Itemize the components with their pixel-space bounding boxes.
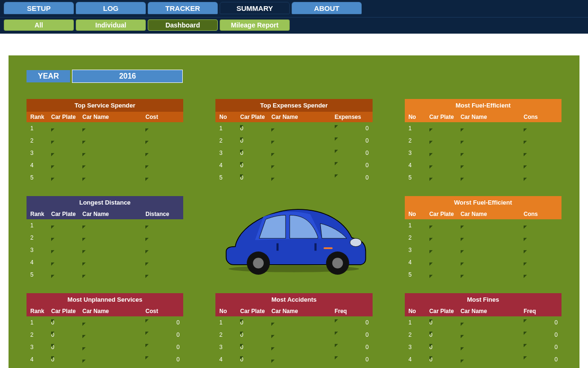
table-row: 5◤◤◤ [27,171,183,184]
table-row: 2◤◤◤ [405,135,561,147]
panel-most-accidents: Most Accidents No Car Plate Car Name Fre… [215,293,372,368]
cell: 1 [409,125,429,132]
panel-top-expenses-spender: Top Expenses Spender No Car Plate Car Na… [215,99,372,184]
table-row: 20◤◤0◤ [215,329,372,341]
subtab-all[interactable]: All [4,19,74,31]
panel-body: 10◤◤0◤20◤◤0◤30◤◤0◤40◤◤0◤50◤◤0◤ [215,122,372,184]
cell: 4 [30,162,51,169]
table-row: 1◤◤◤ [405,122,561,135]
cell: 2 [409,332,429,338]
year-value[interactable]: 2016 [72,70,183,83]
cell: 4 [409,356,429,363]
col-no: No [219,114,240,120]
panel-title: Most Accidents [215,293,372,306]
panel-headers: Rank Car Plate Car Name Distance [27,209,183,219]
table-row: 3◤◤◤ [27,147,183,159]
cell: 4 [409,162,429,169]
cell: 0◤ [429,356,461,363]
table-row: 20◤◤0◤ [215,135,372,147]
cell: 0◤ [429,332,461,338]
table-row: 50◤◤0◤ [27,366,183,368]
tab-setup[interactable]: SETUP [4,2,74,14]
col-rank: Rank [30,114,51,120]
cell: 1 [30,319,51,326]
cell: 0◤ [51,332,82,338]
svg-point-3 [350,239,362,247]
table-row: 5◤◤◤ [27,269,183,281]
table-row: 2◤◤◤ [27,232,183,244]
cell: 2 [409,234,429,241]
cell: 1 [30,125,51,132]
dashboard: YEAR 2016 Top Service Spender Rank Car P… [9,55,579,368]
table-row: 40◤◤0◤ [405,353,561,366]
main-nav: SETUP LOG TRACKER SUMMARY ABOUT [0,0,588,17]
col-plate: Car Plate [51,211,82,217]
svg-rect-8 [324,248,333,249]
panel-title: Most Fuel-Efficient [405,99,561,112]
cell: 0◤ [335,137,369,144]
col-no: No [409,114,429,120]
cell: 5 [219,174,240,181]
col-rank: Rank [30,308,51,314]
cell: 0◤ [145,356,179,363]
cell: 0◤ [335,125,369,132]
cell: 0◤ [240,332,271,338]
cell: 0◤ [429,344,461,350]
col-plate: Car Plate [429,114,461,120]
table-row: 2◤◤◤ [405,232,561,244]
panel-most-fines: Most Fines No Car Plate Car Name Freq 10… [405,293,561,368]
col-name: Car Name [82,211,145,217]
table-row: 3◤◤◤ [405,244,561,256]
cell: 1 [409,319,429,326]
panel-title: Top Service Spender [27,99,183,112]
cell: 0◤ [240,162,271,169]
tab-log[interactable]: LOG [76,2,146,14]
panel-body: 10◤◤0◤20◤◤0◤30◤◤0◤40◤◤0◤50◤◤0◤ [405,316,561,368]
cell: 2 [409,137,429,144]
col-freq: Freq [335,308,369,314]
col-cost: Cost [145,114,179,120]
cell: 0◤ [240,356,271,363]
table-row: 1◤◤◤ [27,219,183,232]
cell: 0◤ [335,174,369,181]
col-plate: Car Plate [240,308,271,314]
cell: 1 [409,222,429,229]
table-row: 10◤◤0◤ [27,316,183,329]
cell: 0◤ [240,125,271,132]
table-row: 30◤◤0◤ [27,341,183,353]
year-selector: YEAR 2016 [27,70,561,83]
cell: 0◤ [240,174,271,181]
col-no: No [409,308,429,314]
table-row: 3◤◤◤ [405,147,561,159]
table-row: 10◤◤0◤ [215,122,372,135]
table-row: 1◤◤◤ [27,122,183,135]
col-name: Car Name [271,308,334,314]
col-plate: Car Plate [51,114,82,120]
col-plate: Car Plate [51,308,82,314]
cell: 4 [219,162,240,169]
col-cost: Cost [145,308,179,314]
panel-body: 10◤◤0◤20◤◤0◤30◤◤0◤40◤◤0◤50◤◤0◤ [27,316,183,368]
cell: 2 [219,332,240,338]
col-expenses: Expenses [335,114,369,120]
col-cons: Cons [524,114,558,120]
svg-point-7 [332,258,343,269]
cell: 5 [30,174,51,181]
cell: 0◤ [145,332,179,338]
table-row: 20◤◤0◤ [27,329,183,341]
panel-body: 10◤◤0◤20◤◤0◤30◤◤0◤40◤◤0◤50◤◤0◤ [215,316,372,368]
panel-title: Most Fines [405,293,561,306]
tab-about[interactable]: ABOUT [292,2,362,14]
subtab-mileage-report[interactable]: Mileage Report [220,19,290,31]
table-row: 1◤◤◤ [405,219,561,232]
subtab-individual[interactable]: Individual [76,19,146,31]
panel-title: Longest Distance [27,196,183,209]
panel-headers: Rank Car Plate Car Name Cost [27,306,183,316]
panel-top-service-spender: Top Service Spender Rank Car Plate Car N… [27,99,183,184]
table-row: 5◤◤◤ [405,269,561,281]
col-name: Car Name [461,114,524,120]
tab-summary[interactable]: SUMMARY [220,2,290,14]
table-row: 50◤◤0◤ [405,366,561,368]
tab-tracker[interactable]: TRACKER [148,2,218,14]
subtab-dashboard[interactable]: Dashboard [148,19,218,31]
